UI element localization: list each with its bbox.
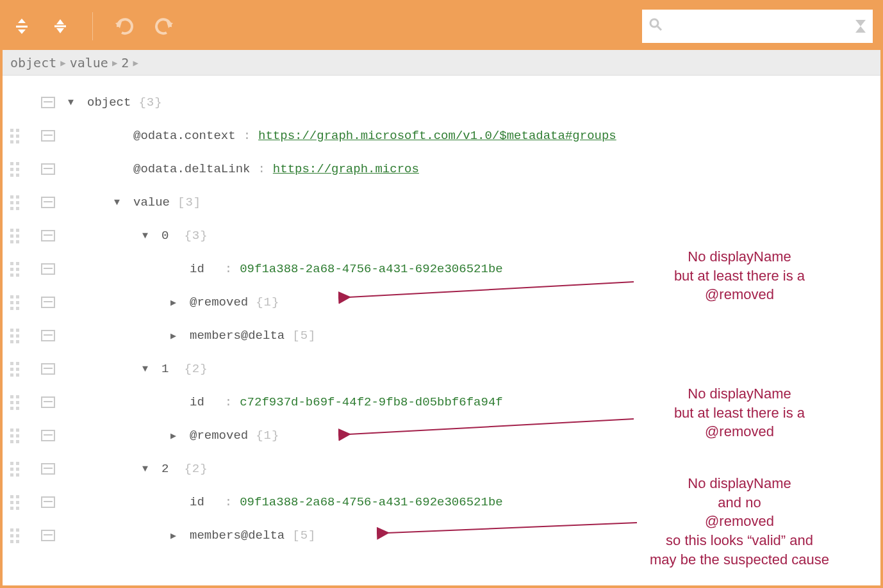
node-count: [5]	[292, 528, 316, 543]
drag-handle-icon[interactable]	[10, 329, 19, 343]
node-box-icon	[41, 330, 55, 341]
tree-row[interactable]: ▶ id : c72f937d-b69f-44f2-9fb8-d05bbf6fa…	[3, 386, 880, 419]
redo-icon[interactable]	[152, 15, 175, 38]
expand-toggle[interactable]: ▶	[170, 530, 182, 542]
node-key: @odata.context	[133, 129, 236, 143]
node-index: 0	[161, 229, 169, 243]
node-count: {1}	[256, 295, 279, 309]
tree-row[interactable]: ▶ @removed {1}	[3, 286, 880, 319]
node-count: [3]	[177, 195, 201, 209]
drag-handle-icon[interactable]	[10, 295, 19, 310]
chevron-right-icon: ▶	[112, 58, 117, 68]
tree-row[interactable]: ▼ value [3]	[3, 186, 880, 219]
drag-handle-icon[interactable]	[10, 162, 19, 177]
node-key: id	[190, 262, 204, 276]
breadcrumb-part[interactable]: object	[10, 55, 56, 70]
node-index: 1	[161, 362, 169, 376]
drag-handle-icon[interactable]	[10, 528, 19, 543]
node-value: c72f937d-b69f-44f2-9fb8-d05bbf6fa94f	[240, 395, 502, 409]
undo-icon[interactable]	[113, 15, 136, 38]
node-key: members@delta	[190, 528, 285, 543]
breadcrumb-part[interactable]: value	[70, 55, 108, 70]
chevron-right-icon: ▶	[133, 58, 138, 68]
drag-handle-icon[interactable]	[10, 362, 19, 377]
node-box-icon	[41, 396, 55, 408]
breadcrumb: object ▶ value ▶ 2 ▶	[3, 50, 880, 76]
expand-toggle[interactable]: ▶	[170, 330, 182, 342]
expand-all-icon[interactable]	[10, 15, 33, 38]
svg-rect-0	[16, 26, 28, 28]
svg-point-2	[650, 19, 658, 27]
search-input[interactable]	[668, 19, 851, 33]
search-icon	[648, 17, 663, 35]
drag-handle-icon[interactable]	[10, 195, 19, 210]
expand-toggle[interactable]: ▶	[170, 297, 182, 309]
expand-toggle[interactable]: ▶	[170, 430, 182, 442]
colon: :	[225, 395, 232, 409]
svg-rect-1	[54, 26, 66, 28]
tree-row[interactable]: ▼ 2 {2}	[3, 452, 880, 486]
drag-handle-icon[interactable]	[10, 229, 19, 243]
node-key: @removed	[190, 429, 248, 443]
node-count: {1}	[256, 429, 279, 443]
node-value-link[interactable]: https://graph.microsoft.com/v1.0/$metada…	[258, 129, 616, 143]
tree-row[interactable]: ▼ 1 {2}	[3, 352, 880, 386]
node-key: id	[190, 495, 204, 509]
search-next-prev[interactable]	[855, 19, 866, 34]
drag-handle-icon[interactable]	[10, 495, 19, 510]
search-box[interactable]	[642, 10, 873, 43]
node-key: id	[190, 395, 204, 409]
colon: :	[258, 162, 265, 176]
drag-handle-icon[interactable]	[10, 462, 19, 477]
node-value: 09f1a388-2a68-4756-a431-692e306521be	[240, 495, 502, 509]
svg-line-3	[657, 26, 661, 30]
json-tree: ▼ object {3} ▼ @odata.context : https://…	[3, 76, 880, 562]
node-key: members@delta	[190, 329, 285, 343]
node-count: {2}	[184, 362, 208, 376]
toolbar	[3, 3, 880, 50]
node-count: {3}	[138, 95, 162, 110]
node-box-icon	[41, 297, 55, 308]
node-value: 09f1a388-2a68-4756-a431-692e306521be	[240, 262, 502, 276]
tree-row[interactable]: ▶ id : 09f1a388-2a68-4756-a431-692e30652…	[3, 486, 880, 519]
node-index: 2	[161, 462, 169, 476]
chevron-right-icon: ▶	[60, 58, 65, 68]
node-box-icon	[41, 197, 55, 208]
collapse-toggle[interactable]: ▼	[142, 364, 154, 375]
drag-handle-icon[interactable]	[10, 129, 19, 143]
tree-row-root[interactable]: ▼ object {3}	[3, 86, 880, 119]
node-box-icon	[41, 530, 55, 541]
node-box-icon	[41, 496, 55, 508]
node-box-icon	[41, 363, 55, 375]
node-box-icon	[41, 163, 55, 175]
node-key: @odata.deltaLink	[133, 162, 250, 176]
tree-row[interactable]: ▶ id : 09f1a388-2a68-4756-a431-692e30652…	[3, 252, 880, 286]
node-key: value	[133, 195, 170, 209]
node-box-icon	[41, 463, 55, 475]
collapse-toggle[interactable]: ▼	[142, 464, 154, 475]
node-count: {2}	[184, 462, 208, 476]
node-value-link[interactable]: https://graph.micros	[273, 162, 419, 176]
node-box-icon	[41, 97, 55, 108]
node-box-icon	[41, 430, 55, 441]
collapse-toggle[interactable]: ▼	[142, 231, 154, 241]
tree-row[interactable]: ▼ 0 {3}	[3, 219, 880, 252]
collapse-all-icon[interactable]	[49, 15, 72, 38]
colon: :	[225, 262, 232, 276]
collapse-toggle[interactable]: ▼	[114, 197, 126, 208]
tree-row[interactable]: ▶ members@delta [5]	[3, 319, 880, 352]
node-box-icon	[41, 230, 55, 241]
breadcrumb-part[interactable]: 2	[121, 55, 129, 70]
tree-row[interactable]: ▶ members@delta [5]	[3, 519, 880, 552]
collapse-toggle[interactable]: ▼	[68, 97, 79, 108]
tree-row[interactable]: ▼ @odata.context : https://graph.microso…	[3, 119, 880, 152]
drag-handle-icon[interactable]	[10, 262, 19, 277]
toolbar-divider	[92, 12, 93, 40]
drag-handle-icon[interactable]	[10, 429, 19, 443]
node-count: [5]	[292, 329, 316, 343]
drag-handle-icon[interactable]	[10, 395, 19, 410]
node-key: @removed	[190, 295, 248, 309]
node-box-icon	[41, 130, 55, 142]
tree-row[interactable]: ▶ @removed {1}	[3, 419, 880, 452]
tree-row[interactable]: ▼ @odata.deltaLink : https://graph.micro…	[3, 152, 880, 186]
